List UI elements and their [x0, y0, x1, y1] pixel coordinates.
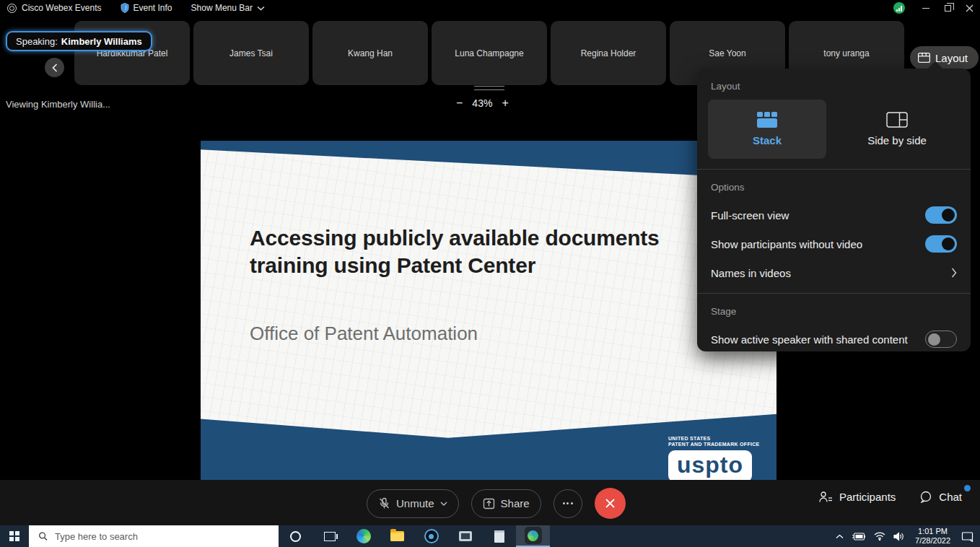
- show-menu-bar-button[interactable]: Show Menu Bar: [191, 3, 265, 13]
- action-center-button[interactable]: [961, 531, 974, 542]
- file-explorer-icon: [390, 531, 404, 541]
- chat-icon: [919, 491, 932, 503]
- participant-name: James Tsai: [229, 48, 273, 58]
- recorder-app-button[interactable]: [414, 525, 448, 547]
- webex-app-icon: [525, 527, 542, 544]
- battery-status[interactable]: [852, 533, 866, 541]
- meeting-control-bar: Unmute Share Participants Chat: [0, 480, 980, 525]
- more-options-button[interactable]: [554, 489, 582, 518]
- close-button[interactable]: [958, 0, 980, 16]
- layout-option-stack[interactable]: Stack: [708, 100, 826, 159]
- file-explorer-button[interactable]: [380, 525, 414, 547]
- participant-name: tony uranga: [823, 48, 869, 58]
- event-info-button[interactable]: Event Info: [121, 3, 172, 13]
- full-screen-view-toggle[interactable]: [925, 206, 957, 224]
- filmstrip-previous-button[interactable]: [45, 58, 64, 77]
- participant-tile[interactable]: Kwang Han: [312, 21, 428, 85]
- ellipsis-icon: [566, 502, 569, 504]
- layout-panel: Layout Stack Side by side Options Full-s…: [697, 69, 971, 351]
- layout-section-title: Layout: [697, 69, 971, 100]
- option-label: Show active speaker with shared content: [711, 333, 908, 346]
- zoom-in-button[interactable]: +: [502, 97, 508, 109]
- layout-option-side-by-side[interactable]: Side by side: [838, 100, 956, 159]
- speaking-indicator: Speaking: Kimberly Williams: [6, 31, 152, 51]
- tray-expand-button[interactable]: [836, 534, 844, 539]
- start-button[interactable]: [0, 525, 29, 547]
- notepad-button[interactable]: [482, 525, 516, 547]
- cortana-icon: [290, 531, 301, 542]
- zoom-out-button[interactable]: −: [456, 97, 463, 109]
- zoom-controls: − 43% +: [456, 97, 509, 109]
- speaking-label: Speaking:: [16, 36, 58, 47]
- chat-button[interactable]: Chat: [919, 491, 962, 503]
- titlebar: Cisco Webex Events Event Info Show Menu …: [0, 0, 980, 16]
- option-label: Show participants without video: [711, 238, 862, 250]
- restore-button[interactable]: [937, 0, 958, 16]
- option-show-participants-without-video[interactable]: Show participants without video: [697, 229, 971, 258]
- toggle-knob: [942, 209, 955, 222]
- slide-title: Accessing publicly available documents t…: [250, 224, 703, 279]
- option-names-in-videos[interactable]: Names in videos: [697, 258, 971, 287]
- task-view-button[interactable]: [312, 525, 346, 547]
- uspto-logo: UNITED STATES PATENT AND TRADEMARK OFFIC…: [668, 436, 760, 480]
- speaking-speaker-name: Kimberly Williams: [61, 36, 142, 47]
- clock-time: 1:01 PM: [915, 527, 950, 536]
- network-status[interactable]: [874, 532, 885, 541]
- recorder-app-icon: [424, 529, 439, 543]
- share-button[interactable]: Share: [471, 489, 541, 518]
- chevron-down-icon: [440, 502, 447, 506]
- volume-status[interactable]: [893, 532, 904, 541]
- unmute-button[interactable]: Unmute: [367, 489, 459, 518]
- participant-name: Sae Yoon: [709, 48, 745, 58]
- participants-icon: [819, 491, 833, 503]
- edge-browser-icon: [356, 529, 371, 543]
- minimize-button[interactable]: [915, 0, 937, 16]
- wifi-icon: [874, 532, 885, 541]
- shared-content-slide: Accessing publicly available documents t…: [201, 141, 776, 480]
- connection-quality-icon[interactable]: [893, 2, 905, 14]
- leave-meeting-button[interactable]: [595, 488, 626, 519]
- taskbar-search-box[interactable]: [29, 525, 279, 547]
- active-speaker-toggle[interactable]: [925, 331, 957, 348]
- edge-button[interactable]: [346, 525, 380, 547]
- event-info-label: Event Info: [134, 3, 172, 13]
- participants-button[interactable]: Participants: [819, 491, 896, 503]
- search-input[interactable]: [55, 531, 269, 542]
- chat-notification-dot: [964, 485, 971, 491]
- layout-button-label: Layout: [935, 52, 968, 64]
- webex-window: Cisco Webex Events Event Info Show Menu …: [0, 0, 980, 547]
- uspto-logo-mark: uspto: [668, 450, 752, 480]
- layout-button[interactable]: Layout: [910, 46, 979, 69]
- zoom-level: 43%: [472, 97, 492, 109]
- show-menu-bar-label: Show Menu Bar: [191, 3, 253, 13]
- option-full-screen-view[interactable]: Full-screen view: [697, 201, 971, 229]
- uspto-logo-line2: PATENT AND TRADEMARK OFFICE: [668, 442, 760, 447]
- webex-logo-icon: [7, 4, 17, 13]
- zoom-drag-handle[interactable]: [474, 86, 504, 90]
- webex-app-button[interactable]: [516, 525, 550, 547]
- show-participants-toggle[interactable]: [925, 235, 957, 253]
- task-manager-button[interactable]: [448, 525, 482, 547]
- side-by-side-label: Side by side: [867, 134, 927, 146]
- stack-label: Stack: [753, 134, 782, 146]
- participant-tile[interactable]: Regina Holder: [551, 21, 666, 85]
- ellipsis-icon: [571, 502, 573, 504]
- speaker-icon: [893, 532, 904, 541]
- chevron-right-icon: [951, 268, 957, 278]
- participant-tile[interactable]: Luna Champagne: [432, 21, 547, 85]
- unmute-label: Unmute: [396, 497, 434, 509]
- uspto-logo-line1: UNITED STATES: [668, 436, 760, 442]
- toggle-knob: [928, 333, 940, 346]
- cortana-button[interactable]: [279, 525, 312, 547]
- minimize-icon: [922, 8, 929, 9]
- shield-icon: [121, 3, 129, 13]
- participant-tile[interactable]: James Tsai: [193, 21, 309, 85]
- battery-icon: [852, 533, 866, 541]
- option-label: Names in videos: [711, 267, 791, 279]
- option-label: Full-screen view: [711, 209, 789, 222]
- taskbar-clock[interactable]: 1:01 PM 7/28/2022: [912, 527, 953, 546]
- task-manager-icon: [459, 531, 472, 541]
- option-show-active-speaker[interactable]: Show active speaker with shared content: [697, 325, 971, 354]
- participant-name: Kwang Han: [348, 48, 393, 58]
- slide-subtitle: Office of Patent Automation: [250, 323, 478, 345]
